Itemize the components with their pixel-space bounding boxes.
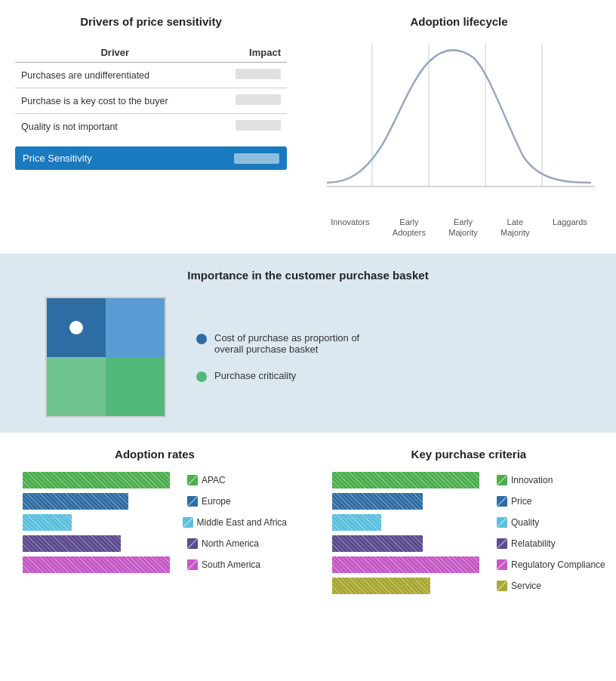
basket-section: Importance in the customer purchase bask… — [0, 254, 616, 433]
quadrant-3 — [47, 357, 106, 416]
purchase-bar-row: Price — [332, 493, 605, 510]
bar-fill — [332, 578, 430, 594]
driver-name: Purchase is a key cost to the buyer — [15, 88, 215, 114]
bar-label: Relatability — [497, 538, 556, 549]
hatch-icon — [187, 496, 198, 507]
hatch-icon — [183, 517, 193, 528]
adoption-bar-row: APAC — [23, 472, 287, 488]
hatch-icon — [497, 517, 507, 528]
legend-label-criticality: Purchase criticality — [214, 370, 296, 381]
hatch-icon — [497, 496, 507, 507]
bar-fill — [332, 493, 423, 510]
driver-row: Quality is not important — [15, 114, 287, 140]
bar-label: Service — [497, 581, 541, 591]
driver-impact — [215, 88, 287, 114]
purchase-bar-row: Relatability — [332, 535, 605, 552]
adoption-bar-row: Middle East and Africa — [23, 514, 287, 531]
col-driver: Driver — [15, 43, 215, 63]
hatch-icon — [497, 538, 507, 549]
key-purchase-section: Key purchase criteria InnovationPriceQua… — [317, 448, 616, 594]
price-sensitivity-badge — [234, 153, 279, 164]
phase-late-majority: LateMajority — [500, 217, 530, 239]
bar-label: North America — [187, 538, 259, 549]
bar-label: APAC — [187, 475, 226, 485]
purchase-bar-chart: InnovationPriceQualityRelatabilityRegula… — [332, 472, 605, 594]
legend-item-criticality: Purchase criticality — [196, 370, 370, 382]
bar-fill — [332, 472, 479, 488]
bar-fill — [23, 514, 72, 531]
bar-label: Quality — [497, 517, 539, 528]
legend-dot-cost — [196, 334, 207, 344]
bar-fill — [332, 535, 423, 552]
adoption-bar-chart: APACEuropeMiddle East and AfricaNorth Am… — [23, 472, 287, 573]
adoption-rates-section: Adoption rates APACEuropeMiddle East and… — [8, 448, 302, 594]
key-purchase-title: Key purchase criteria — [332, 448, 605, 461]
hatch-icon — [187, 559, 198, 570]
driver-row: Purchase is a key cost to the buyer — [15, 88, 287, 114]
bar-label: Europe — [187, 496, 231, 507]
quadrant-4 — [106, 357, 165, 416]
bar-fill — [332, 514, 381, 531]
bar-fill — [23, 535, 121, 552]
purchase-bar-row: Innovation — [332, 472, 605, 488]
bar-label: Middle East and Africa — [183, 517, 287, 528]
legend-dot-criticality — [196, 371, 207, 382]
driver-row: Purchases are undifferentiated — [15, 63, 287, 88]
hatch-icon — [187, 538, 198, 549]
phase-innovators: Innovators — [331, 217, 369, 239]
phase-early-majority: EarlyMajority — [448, 217, 478, 239]
quadrant-chart — [45, 297, 166, 418]
phase-laggards: Laggards — [553, 217, 587, 239]
adoption-bar-row: South America — [23, 556, 287, 573]
hatch-icon — [497, 475, 507, 485]
adoption-bar-row: North America — [23, 535, 287, 552]
quadrant-2 — [106, 298, 165, 357]
bar-fill — [332, 556, 479, 573]
bar-fill — [23, 472, 170, 488]
bar-label: Price — [497, 496, 531, 507]
purchase-bar-row: Regulatory Compliance — [332, 556, 605, 573]
bar-label: Regulatory Compliance — [497, 559, 605, 570]
purchase-bar-row: Service — [332, 578, 605, 594]
phase-early-adopters: EarlyAdopters — [393, 217, 426, 239]
bar-label: Innovation — [497, 475, 553, 485]
adoption-title: Adoption lifecycle — [317, 15, 601, 28]
adoption-bar-row: Europe — [23, 493, 287, 510]
bar-fill — [23, 556, 170, 573]
drivers-title: Drivers of price sensitivity — [15, 15, 287, 28]
basket-title: Importance in the customer purchase bask… — [23, 269, 593, 282]
hatch-icon — [497, 559, 507, 570]
purchase-bar-row: Quality — [332, 514, 605, 531]
bar-fill — [23, 493, 128, 510]
col-impact: Impact — [215, 43, 287, 63]
price-sensitivity-label: Price Sensitivity — [23, 153, 92, 164]
price-sensitivity-row[interactable]: Price Sensitivity — [15, 146, 287, 170]
legend-label-cost: Cost of purchase as proportion of overal… — [214, 332, 370, 355]
driver-name: Quality is not important — [15, 114, 215, 140]
basket-legend: Cost of purchase as proportion of overal… — [196, 332, 370, 382]
bar-label: South America — [187, 559, 260, 570]
quadrant-1 — [47, 298, 106, 357]
hatch-icon — [187, 475, 198, 485]
driver-name: Purchases are undifferentiated — [15, 63, 215, 88]
adoption-rates-title: Adoption rates — [23, 448, 287, 461]
driver-impact — [215, 114, 287, 140]
hatch-icon — [497, 581, 507, 591]
driver-impact — [215, 63, 287, 88]
phase-labels: Innovators EarlyAdopters EarlyMajority L… — [319, 217, 599, 239]
legend-item-cost: Cost of purchase as proportion of overal… — [196, 332, 370, 355]
